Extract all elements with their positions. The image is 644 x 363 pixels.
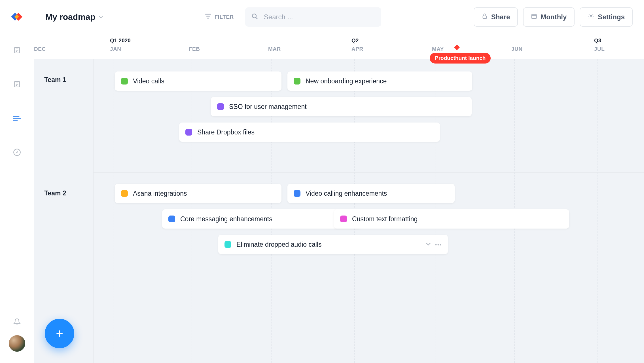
calendar-icon bbox=[531, 13, 537, 21]
milestone-marker-icon[interactable] bbox=[454, 45, 460, 50]
card-color-chip bbox=[217, 103, 224, 110]
svg-point-15 bbox=[252, 14, 256, 18]
card-color-chip bbox=[340, 216, 347, 222]
filter-button[interactable]: FILTER bbox=[205, 13, 234, 20]
grid-line bbox=[113, 59, 113, 363]
month-label: MAY bbox=[432, 46, 444, 52]
card-title: New onboarding experience bbox=[306, 77, 387, 85]
share-label: Share bbox=[491, 13, 510, 21]
month-label: JAN bbox=[110, 46, 121, 52]
roadmap-card[interactable]: Custom text formatting bbox=[334, 209, 569, 229]
lanes-area: Team 1Team 2 Video callsNew onboarding e… bbox=[34, 59, 644, 363]
timeline-header: Q1 2020Q2Q3DECJANFEBMARAPRMAYJUNJULProdu… bbox=[34, 34, 644, 59]
lane-separator bbox=[34, 172, 644, 173]
month-label: JUN bbox=[511, 46, 523, 52]
add-fab-button[interactable]: + bbox=[45, 319, 74, 348]
card-title: Asana integrations bbox=[133, 190, 187, 197]
nav-icons bbox=[13, 46, 21, 157]
view-mode-label: Monthly bbox=[541, 13, 567, 21]
roadmap-card[interactable]: Share Dropbox files bbox=[179, 123, 440, 142]
quarter-label: Q3 bbox=[594, 37, 601, 44]
plus-icon: + bbox=[56, 326, 63, 341]
header-center: FILTER bbox=[205, 7, 381, 27]
svg-rect-18 bbox=[532, 14, 537, 18]
card-color-chip bbox=[121, 190, 128, 197]
nav-doc1-icon[interactable] bbox=[13, 46, 21, 54]
chevron-down-icon bbox=[99, 14, 103, 20]
card-color-chip bbox=[294, 190, 300, 197]
user-avatar[interactable] bbox=[9, 335, 25, 352]
card-title: Video calling enhancements bbox=[306, 190, 387, 197]
nav-roadmap-icon[interactable] bbox=[13, 114, 21, 123]
lane-labels-column: Team 1Team 2 bbox=[34, 59, 94, 363]
card-title: Custom text formatting bbox=[352, 215, 418, 223]
roadmap-card[interactable]: Eliminate dropped audio calls bbox=[218, 235, 448, 254]
gear-icon bbox=[588, 13, 594, 21]
settings-button[interactable]: Settings bbox=[580, 7, 633, 27]
card-title: Eliminate dropped audio calls bbox=[236, 241, 321, 248]
roadmap-card[interactable]: Core messaging enhancements bbox=[162, 209, 361, 229]
more-menu-icon[interactable] bbox=[435, 242, 442, 247]
search-wrap bbox=[245, 7, 381, 27]
search-icon bbox=[251, 13, 258, 21]
card-color-chip bbox=[294, 78, 300, 85]
month-label: FEB bbox=[189, 46, 200, 52]
milestone-badge[interactable]: Producthunt launch bbox=[430, 53, 491, 64]
month-label: APR bbox=[351, 46, 363, 52]
search-input[interactable] bbox=[245, 7, 381, 27]
roadmap-card[interactable]: Asana integrations bbox=[115, 184, 281, 203]
page-title: My roadmap bbox=[45, 12, 96, 22]
card-color-chip bbox=[185, 129, 192, 136]
card-actions bbox=[426, 242, 442, 247]
svg-point-22 bbox=[590, 15, 592, 17]
card-title: SSO for user management bbox=[229, 103, 307, 111]
month-label: MAR bbox=[268, 46, 281, 52]
lock-icon bbox=[482, 13, 488, 21]
filter-icon bbox=[205, 13, 211, 20]
lane-label[interactable]: Team 2 bbox=[44, 189, 66, 197]
card-color-chip bbox=[121, 78, 128, 85]
app-logo[interactable] bbox=[10, 10, 24, 23]
header-right: Share Monthly Settings bbox=[474, 7, 633, 27]
nav-doc2-icon[interactable] bbox=[13, 80, 21, 88]
roadmap-card[interactable]: Video calling enhancements bbox=[287, 184, 455, 203]
svg-point-24 bbox=[438, 244, 439, 246]
roadmap-card[interactable]: Video calls bbox=[115, 71, 281, 91]
nav-compass-icon[interactable] bbox=[13, 148, 21, 157]
header: My roadmap FILTER Share bbox=[34, 0, 644, 34]
month-label: DEC bbox=[34, 46, 46, 52]
card-color-chip bbox=[224, 241, 231, 248]
svg-point-23 bbox=[435, 244, 437, 246]
month-label: JUL bbox=[594, 46, 605, 52]
share-button[interactable]: Share bbox=[474, 7, 518, 27]
card-title: Share Dropbox files bbox=[197, 128, 255, 136]
view-mode-button[interactable]: Monthly bbox=[523, 7, 575, 27]
chevron-down-icon[interactable] bbox=[426, 242, 431, 247]
card-title: Core messaging enhancements bbox=[180, 215, 272, 223]
quarter-label: Q1 2020 bbox=[110, 37, 131, 44]
svg-point-25 bbox=[440, 244, 441, 246]
roadmap-title-dropdown[interactable]: My roadmap bbox=[45, 12, 103, 22]
lane-label[interactable]: Team 1 bbox=[44, 76, 66, 84]
sidebar bbox=[0, 0, 34, 363]
filter-label: FILTER bbox=[215, 14, 234, 20]
roadmap-card[interactable]: New onboarding experience bbox=[287, 71, 472, 91]
roadmap-card[interactable]: SSO for user management bbox=[211, 97, 472, 116]
card-title: Video calls bbox=[133, 77, 164, 85]
settings-label: Settings bbox=[598, 13, 625, 21]
quarter-label: Q2 bbox=[351, 37, 359, 44]
svg-rect-17 bbox=[483, 16, 486, 18]
card-color-chip bbox=[168, 216, 175, 222]
svg-line-16 bbox=[256, 17, 257, 19]
notifications-icon[interactable] bbox=[13, 318, 21, 326]
sidebar-bottom bbox=[9, 318, 25, 352]
grid-line bbox=[597, 59, 598, 363]
